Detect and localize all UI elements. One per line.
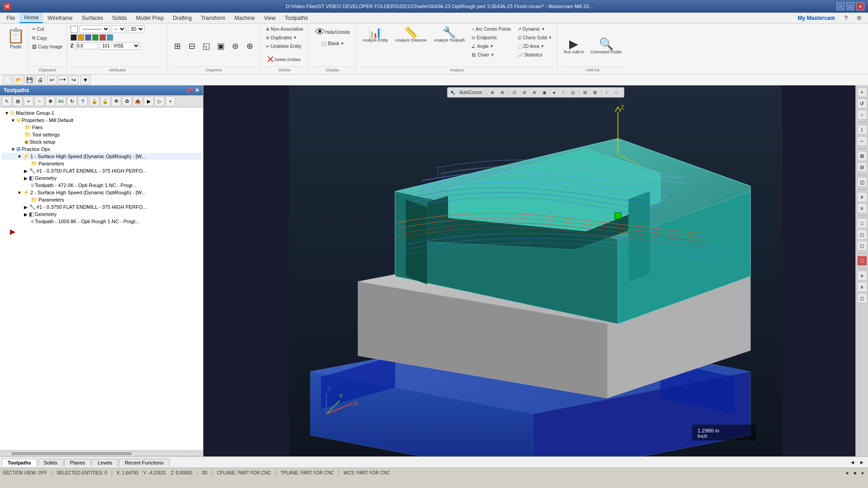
play-icon[interactable]: ▶ [10, 227, 15, 236]
check-solid-button[interactable]: ☑ Check Solid ▼ [515, 34, 554, 42]
tp-select-button[interactable]: ↖ [2, 96, 12, 106]
nav-line-button[interactable]: | [857, 125, 867, 135]
non-associative-button[interactable]: ⊗ Non-Associative [264, 25, 306, 33]
tree-op1-tool[interactable]: ▶ 🔧 #1 - 0.3750 FLAT ENDMILL - 375 HIGH … [2, 167, 201, 174]
help-icon[interactable]: ? [840, 13, 852, 23]
blank-button[interactable]: ⬜ Blank ▼ [319, 40, 346, 47]
window-controls[interactable]: − □ ✕ [836, 2, 864, 10]
area-2d-button[interactable]: ⬚ 2D Area ▼ [515, 42, 554, 50]
color-btn5[interactable] [99, 34, 106, 41]
copy-image-button[interactable]: 🖼 Copy Image [30, 43, 65, 51]
vp-btn-5[interactable]: ● [550, 89, 558, 96]
vp-btn-2[interactable]: ⊚ [520, 89, 529, 96]
organize-btn1[interactable]: ⊞ [171, 40, 184, 52]
tab-recent-functions[interactable]: Recent Functions [119, 459, 170, 466]
expander-practice[interactable]: ▼ [10, 147, 16, 152]
expander-op2[interactable]: ▼ [16, 190, 23, 195]
nav-arrows-button[interactable]: ↔ [857, 136, 867, 146]
tree-op1-toolpath[interactable]: ≡ Toolpath - 472.0K - Opti Rough 1.NC - … [2, 182, 201, 189]
tree-op1-geometry[interactable]: ▶ ◧ Geometry [2, 174, 201, 182]
panel-pin-button[interactable]: 📌 [186, 87, 193, 94]
tree-files[interactable]: 📁 Files [2, 124, 201, 131]
view-select[interactable]: 3D [128, 25, 145, 33]
nav-split-button[interactable]: ◫ [857, 177, 867, 187]
viewport[interactable]: ↖ AutoCursor | ⊕ ⊗ | ⊙ ⊚ ⊛ ◉ ● ○ ◎ | ⊞ ⊠… [203, 85, 868, 456]
tree-op2-tool[interactable]: ▶ 🔧 #1 - 0.3750 FLAT ENDMILL - 375 HIGH … [2, 203, 201, 211]
close-button[interactable]: ✕ [856, 2, 864, 10]
expander-properties[interactable]: ▼ [10, 118, 16, 123]
tp-simulate-button[interactable]: ▷ [155, 96, 165, 106]
duplicates-button[interactable]: ⊘ Duplicates ▼ [264, 34, 299, 42]
tree-op2[interactable]: ▼ ⚡ 2 - Surface High Speed (Dynamic Opti… [2, 189, 201, 196]
nav-menu2-button[interactable]: ≡ [857, 203, 867, 213]
vp-btn-8[interactable]: ⊞ [580, 89, 590, 96]
vp-btn-10[interactable]: ↕ [603, 89, 610, 96]
cut-button[interactable]: ✂ Cut [30, 25, 65, 33]
color-select[interactable]: ────── [80, 25, 110, 33]
color-swatch[interactable] [71, 26, 78, 33]
tree-op1-params[interactable]: 📁 Parameters [2, 160, 201, 167]
organize-btn5[interactable]: ⊛ [229, 40, 242, 52]
organize-btn3[interactable]: ◱ [200, 40, 213, 52]
nav-square1-button[interactable]: □ [857, 218, 867, 228]
vp-snap-btn1[interactable]: ⊕ [488, 89, 497, 96]
copy-button[interactable]: ⧉ Copy [30, 34, 65, 42]
expander-t2[interactable]: ▶ [23, 205, 29, 210]
panel-scrollbar[interactable] [0, 450, 203, 456]
customize-button[interactable]: ▼ [80, 75, 90, 85]
nav-square2-button[interactable]: ◻ [857, 230, 867, 239]
color-btn2[interactable] [78, 34, 84, 41]
tree-op1[interactable]: ▼ ⚡ 1 - Surface High Speed (Dynamic Opti… [2, 153, 201, 160]
tp-zoom-button[interactable]: + [24, 96, 33, 106]
dynamic-button[interactable]: ↗ Dynamic ▼ [515, 25, 554, 33]
nav-circle-button[interactable]: ○ [857, 110, 867, 120]
menu-item-machine[interactable]: Machine [230, 13, 259, 23]
statistics-button[interactable]: 📈 Statistics [515, 51, 554, 59]
angle-button[interactable]: ∠ Angle ▼ [469, 42, 513, 50]
tree-play-button[interactable]: ▶ [2, 227, 201, 236]
new-file-button[interactable]: 📄 [3, 75, 13, 85]
tp-help-button[interactable]: ? [78, 96, 88, 106]
command-finder-button[interactable]: 🔍 Command Finder [588, 36, 625, 56]
tree-machine-group[interactable]: ▼ ⚙ Machine Group-1 [2, 109, 201, 117]
settings-icon[interactable]: ⚙ [852, 13, 866, 23]
menu-item-home[interactable]: Home [19, 13, 43, 23]
expander-machine[interactable]: ▼ [4, 111, 10, 116]
maximize-button[interactable]: □ [846, 2, 854, 10]
color-btn4[interactable] [92, 34, 99, 41]
tp-lock-button[interactable]: 🔒 [90, 96, 99, 106]
open-file-button[interactable]: 📂 [14, 75, 24, 85]
tab-levels[interactable]: Levels [92, 459, 118, 466]
analyze-distance-button[interactable]: 📏 Analyze Distance [392, 25, 429, 59]
level-select[interactable]: 101 : VISE [99, 42, 140, 50]
scroll-left-button[interactable]: ◄ [848, 460, 857, 465]
tp-unlock-button[interactable]: 🔓 [100, 96, 110, 106]
vp-btn-9[interactable]: ⊠ [590, 89, 599, 96]
vp-btn-1[interactable]: ⊙ [510, 89, 519, 96]
tree-op2-geometry[interactable]: ▶ ◧ Geometry [2, 211, 201, 218]
minimize-button[interactable]: − [836, 2, 844, 10]
undelete-button[interactable]: ↩ Undelete Entity [264, 42, 304, 50]
horizontal-scrollbar[interactable] [1, 452, 202, 455]
tree-op2-toolpath[interactable]: ≡ Toolpath - 1059.8K - Opti Rough 1.NC -… [2, 218, 201, 225]
nav-extra3-button[interactable]: ◻ [857, 293, 867, 303]
tp-move-button[interactable]: ✥ [45, 96, 55, 106]
undo-button[interactable]: ↩ [47, 75, 57, 85]
nav-square3-button[interactable]: ◻ [857, 241, 867, 251]
status-icon1[interactable]: ◄ [844, 470, 849, 475]
tab-solids[interactable]: Solids [38, 459, 63, 466]
vp-btn-11[interactable]: ↔ [611, 89, 621, 96]
paste-button[interactable]: 📋 Paste [4, 25, 28, 72]
z-value-input[interactable] [75, 42, 98, 49]
status-icon2[interactable]: ■ [854, 470, 856, 475]
expander-g1[interactable]: ▶ [23, 176, 29, 181]
color-btn1[interactable] [71, 34, 77, 41]
analyze-entity-button[interactable]: 📊 Analyze Entity [359, 25, 391, 59]
nav-menu1-button[interactable]: ≡ [857, 192, 867, 202]
nav-hex-button[interactable]: ⬡ [857, 256, 867, 266]
menu-item-transform[interactable]: Transform [196, 13, 230, 23]
nav-extra1-button[interactable]: ≡ [857, 271, 867, 281]
vp-btn-6[interactable]: ○ [559, 89, 567, 96]
menu-item-file[interactable]: File [2, 13, 19, 23]
vp-snap-btn2[interactable]: ⊗ [498, 89, 507, 96]
